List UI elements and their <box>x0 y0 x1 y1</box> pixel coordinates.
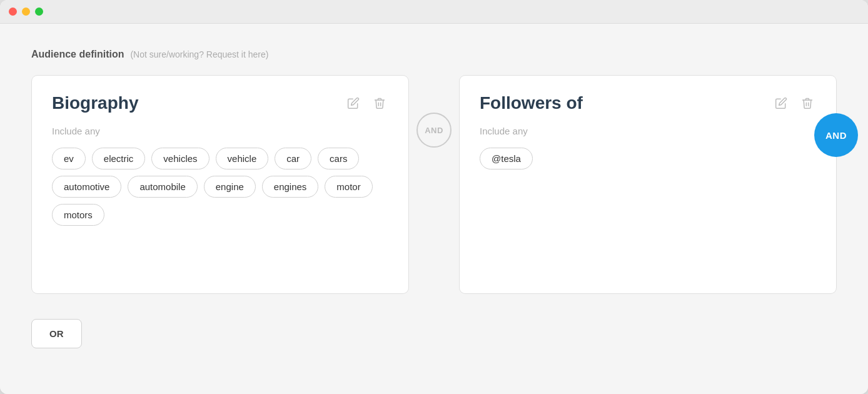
maximize-button[interactable] <box>35 8 43 16</box>
list-item: cars <box>318 148 359 169</box>
biography-card-title: Biography <box>52 93 138 113</box>
followers-include-label: Include any <box>480 126 816 136</box>
followers-card: Followers of <box>459 75 837 294</box>
biography-delete-button[interactable] <box>371 94 388 112</box>
biography-card: Biography <box>31 75 409 294</box>
biography-tags: evelectricvehiclesvehiclecarcarsautomoti… <box>52 148 388 226</box>
audience-definition-title: Audience definition <box>31 49 124 60</box>
and-badge-solid: AND <box>814 113 858 157</box>
or-button[interactable]: OR <box>31 319 82 348</box>
titlebar <box>0 0 868 24</box>
close-button[interactable] <box>9 8 17 16</box>
main-content: Audience definition (Not sure/working? R… <box>0 24 868 394</box>
followers-delete-button[interactable] <box>799 94 816 112</box>
list-item: car <box>275 148 311 169</box>
app-window: Audience definition (Not sure/working? R… <box>0 0 868 394</box>
list-item: automotive <box>52 176 121 198</box>
audience-header: Audience definition (Not sure/working? R… <box>31 49 837 60</box>
list-item: engines <box>262 176 319 198</box>
list-item: motor <box>325 176 372 198</box>
list-item: automobile <box>128 176 197 198</box>
bottom-section: OR <box>31 319 837 348</box>
followers-card-actions <box>772 94 816 112</box>
list-item: @tesla <box>480 148 533 169</box>
minimize-button[interactable] <box>22 8 30 16</box>
list-item: vehicle <box>216 148 269 169</box>
list-item: motors <box>52 204 104 226</box>
pencil-icon <box>347 97 360 109</box>
list-item: engine <box>204 176 256 198</box>
followers-card-header: Followers of <box>480 93 816 113</box>
followers-edit-button[interactable] <box>772 94 790 112</box>
cards-row: Biography <box>31 75 837 294</box>
biography-card-header: Biography <box>52 93 388 113</box>
list-item: electric <box>92 148 146 169</box>
biography-edit-button[interactable] <box>345 94 362 112</box>
followers-tags: @tesla <box>480 148 816 169</box>
list-item: ev <box>52 148 86 169</box>
biography-card-actions <box>345 94 388 112</box>
trash-icon <box>801 97 814 109</box>
and-badge-outline: AND <box>416 113 452 148</box>
trash-icon <box>373 97 386 109</box>
followers-card-title: Followers of <box>480 93 583 113</box>
audience-definition-subtitle[interactable]: (Not sure/working? Request it here) <box>130 49 268 59</box>
and-connector-outline: AND <box>409 75 459 148</box>
biography-include-label: Include any <box>52 126 388 136</box>
pencil-icon <box>775 97 787 109</box>
list-item: vehicles <box>151 148 209 169</box>
